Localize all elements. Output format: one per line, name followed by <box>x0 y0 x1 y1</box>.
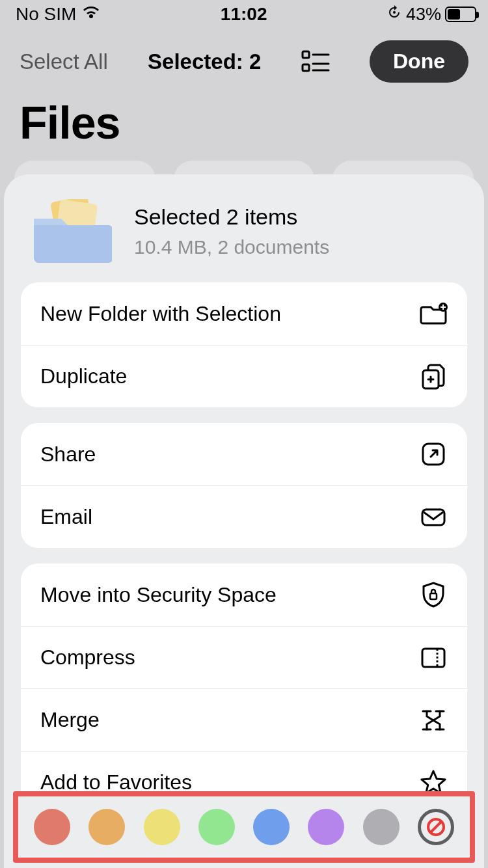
tag-blue[interactable] <box>253 809 290 845</box>
tag-green[interactable] <box>198 809 235 845</box>
orientation-lock-icon <box>386 5 402 25</box>
move-security-row[interactable]: Move into Security Space <box>21 563 467 626</box>
row-label: Share <box>40 442 96 467</box>
tag-gray[interactable] <box>363 809 400 845</box>
tag-yellow[interactable] <box>144 809 180 845</box>
shield-lock-icon <box>419 580 448 609</box>
merge-icon <box>419 706 448 735</box>
new-folder-with-selection-row[interactable]: New Folder with Selection <box>21 282 467 345</box>
tag-purple[interactable] <box>308 809 344 845</box>
duplicate-icon <box>419 362 448 391</box>
svg-rect-13 <box>422 649 444 667</box>
tag-clear-button[interactable] <box>418 809 454 845</box>
email-icon <box>419 503 448 532</box>
row-label: Move into Security Space <box>40 583 277 607</box>
sheet-subtitle: 10.4 MB, 2 documents <box>134 236 329 258</box>
svg-rect-1 <box>303 51 309 58</box>
status-right: 43% <box>386 5 476 25</box>
folder-icon <box>30 199 112 263</box>
wifi-icon <box>81 4 101 25</box>
action-sheet: Selected 2 items 10.4 MB, 2 documents Ne… <box>4 174 484 868</box>
action-group-share: Share Email <box>21 423 467 548</box>
svg-line-16 <box>431 822 441 832</box>
select-all-button[interactable]: Select All <box>20 49 108 74</box>
tag-red[interactable] <box>34 809 70 845</box>
battery-percentage: 43% <box>406 5 441 25</box>
status-bar: No SIM 11:02 43% <box>0 0 488 29</box>
email-row[interactable]: Email <box>21 485 467 548</box>
row-label: Merge <box>40 708 100 732</box>
battery-icon <box>445 7 476 22</box>
folder-add-icon <box>419 299 448 328</box>
status-left: No SIM <box>16 4 101 25</box>
color-tag-bar <box>13 791 475 863</box>
selection-toolbar: Select All Selected: 2 Done <box>0 29 488 89</box>
tag-orange[interactable] <box>88 809 125 845</box>
action-group-manage: Move into Security Space Compress Merge … <box>21 563 467 813</box>
sheet-header: Selected 2 items 10.4 MB, 2 documents <box>4 193 484 282</box>
svg-rect-11 <box>422 509 444 525</box>
page-title: Files <box>0 89 488 161</box>
share-row[interactable]: Share <box>21 423 467 485</box>
svg-point-0 <box>393 11 396 14</box>
done-button[interactable]: Done <box>370 40 468 83</box>
sim-status: No SIM <box>16 4 76 25</box>
svg-rect-3 <box>303 64 309 71</box>
share-icon <box>419 440 448 468</box>
row-label: New Folder with Selection <box>40 302 281 326</box>
merge-row[interactable]: Merge <box>21 688 467 751</box>
selected-count-label: Selected: 2 <box>148 49 261 74</box>
duplicate-row[interactable]: Duplicate <box>21 345 467 407</box>
status-time: 11:02 <box>221 4 267 25</box>
sheet-header-text: Selected 2 items 10.4 MB, 2 documents <box>134 204 329 258</box>
compress-icon <box>419 644 448 672</box>
row-label: Compress <box>40 645 135 670</box>
list-view-icon[interactable] <box>301 49 330 75</box>
compress-row[interactable]: Compress <box>21 626 467 688</box>
sheet-title: Selected 2 items <box>134 204 329 230</box>
action-group-create: New Folder with Selection Duplicate <box>21 282 467 407</box>
row-label: Email <box>40 505 92 529</box>
svg-rect-12 <box>430 593 437 599</box>
row-label: Duplicate <box>40 364 127 388</box>
